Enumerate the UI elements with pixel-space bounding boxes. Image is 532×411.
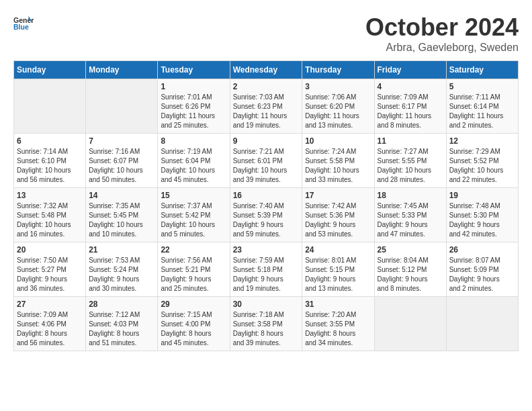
day-info: Sunrise: 7:03 AM Sunset: 6:23 PM Dayligh… [233,93,300,130]
day-number: 1 [161,82,226,91]
calendar-cell: 31Sunrise: 7:20 AM Sunset: 3:55 PM Dayli… [302,297,374,351]
calendar-cell: 8Sunrise: 7:19 AM Sunset: 6:04 PM Daylig… [158,134,230,188]
week-row-2: 6Sunrise: 7:14 AM Sunset: 6:10 PM Daylig… [14,134,519,188]
day-info: Sunrise: 7:14 AM Sunset: 6:10 PM Dayligh… [17,147,83,185]
day-info: Sunrise: 8:04 AM Sunset: 5:12 PM Dayligh… [378,256,443,293]
calendar-cell: 6Sunrise: 7:14 AM Sunset: 6:10 PM Daylig… [14,134,86,188]
day-number: 13 [17,191,83,200]
calendar-cell: 29Sunrise: 7:15 AM Sunset: 4:00 PM Dayli… [158,297,230,351]
day-number: 12 [449,136,515,146]
day-number: 26 [449,245,515,255]
day-info: Sunrise: 7:21 AM Sunset: 6:01 PM Dayligh… [233,147,300,185]
calendar-cell: 13Sunrise: 7:32 AM Sunset: 5:48 PM Dayli… [14,188,86,242]
day-info: Sunrise: 7:19 AM Sunset: 6:04 PM Dayligh… [161,147,226,185]
day-info: Sunrise: 7:35 AM Sunset: 5:45 PM Dayligh… [89,201,154,239]
calendar-cell: 16Sunrise: 7:40 AM Sunset: 5:39 PM Dayli… [230,188,302,242]
day-info: Sunrise: 7:56 AM Sunset: 5:21 PM Dayligh… [161,256,226,293]
day-info: Sunrise: 7:16 AM Sunset: 6:07 PM Dayligh… [89,147,154,185]
column-header-saturday: Saturday [446,61,518,79]
day-number: 18 [378,191,443,200]
day-info: Sunrise: 7:09 AM Sunset: 6:17 PM Dayligh… [378,93,443,130]
day-number: 25 [378,245,443,255]
calendar-cell: 10Sunrise: 7:24 AM Sunset: 5:58 PM Dayli… [302,134,374,188]
calendar-cell: 7Sunrise: 7:16 AM Sunset: 6:07 PM Daylig… [86,134,158,188]
column-header-wednesday: Wednesday [230,61,302,79]
day-number: 14 [89,191,154,200]
title-block: October 2024 Arbra, Gaevleborg, Sweden [365,13,519,54]
column-header-thursday: Thursday [302,61,374,79]
day-number: 9 [233,136,300,146]
calendar-cell: 21Sunrise: 7:53 AM Sunset: 5:24 PM Dayli… [86,242,158,297]
calendar-cell: 23Sunrise: 7:59 AM Sunset: 5:18 PM Dayli… [230,242,302,297]
day-info: Sunrise: 7:09 AM Sunset: 4:06 PM Dayligh… [17,310,83,348]
calendar-cell: 12Sunrise: 7:29 AM Sunset: 5:52 PM Dayli… [446,134,518,188]
calendar-cell: 28Sunrise: 7:12 AM Sunset: 4:03 PM Dayli… [86,297,158,351]
logo: General Blue [13,13,34,34]
month-title: October 2024 [365,13,519,42]
calendar-cell: 25Sunrise: 8:04 AM Sunset: 5:12 PM Dayli… [374,242,446,297]
day-number: 23 [233,245,300,255]
day-number: 20 [17,245,83,255]
day-info: Sunrise: 7:27 AM Sunset: 5:55 PM Dayligh… [378,147,443,185]
calendar-cell: 11Sunrise: 7:27 AM Sunset: 5:55 PM Dayli… [374,134,446,188]
day-number: 3 [305,82,371,91]
day-info: Sunrise: 7:24 AM Sunset: 5:58 PM Dayligh… [305,147,371,185]
page-header: General Blue October 2024 Arbra, Gaevleb… [13,13,519,54]
calendar-cell: 2Sunrise: 7:03 AM Sunset: 6:23 PM Daylig… [230,79,302,134]
day-number: 24 [305,245,371,255]
calendar-cell: 3Sunrise: 7:06 AM Sunset: 6:20 PM Daylig… [302,79,374,134]
day-info: Sunrise: 7:50 AM Sunset: 5:27 PM Dayligh… [17,256,83,293]
day-number: 7 [89,136,154,146]
day-number: 31 [305,300,371,309]
calendar-cell [446,297,518,351]
day-number: 21 [89,245,154,255]
calendar-table: SundayMondayTuesdayWednesdayThursdayFrid… [13,60,519,351]
calendar-cell: 20Sunrise: 7:50 AM Sunset: 5:27 PM Dayli… [14,242,86,297]
day-number: 22 [161,245,226,255]
location-subtitle: Arbra, Gaevleborg, Sweden [365,42,519,54]
day-info: Sunrise: 8:07 AM Sunset: 5:09 PM Dayligh… [449,256,515,293]
calendar-cell [374,297,446,351]
calendar-cell [14,79,86,134]
day-info: Sunrise: 7:29 AM Sunset: 5:52 PM Dayligh… [449,147,515,185]
calendar-cell: 19Sunrise: 7:48 AM Sunset: 5:30 PM Dayli… [446,188,518,242]
day-info: Sunrise: 7:15 AM Sunset: 4:00 PM Dayligh… [161,310,226,348]
calendar-cell: 5Sunrise: 7:11 AM Sunset: 6:14 PM Daylig… [446,79,518,134]
week-row-3: 13Sunrise: 7:32 AM Sunset: 5:48 PM Dayli… [14,188,519,242]
day-info: Sunrise: 7:11 AM Sunset: 6:14 PM Dayligh… [449,93,515,130]
day-info: Sunrise: 7:45 AM Sunset: 5:33 PM Dayligh… [378,201,443,239]
day-number: 27 [17,300,83,309]
column-header-friday: Friday [374,61,446,79]
calendar-header-row: SundayMondayTuesdayWednesdayThursdayFrid… [14,61,519,79]
day-info: Sunrise: 7:12 AM Sunset: 4:03 PM Dayligh… [89,310,154,348]
day-number: 11 [378,136,443,146]
day-number: 28 [89,300,154,309]
calendar-cell: 30Sunrise: 7:18 AM Sunset: 3:58 PM Dayli… [230,297,302,351]
day-info: Sunrise: 7:18 AM Sunset: 3:58 PM Dayligh… [233,310,300,348]
day-number: 6 [17,136,83,146]
calendar-cell: 9Sunrise: 7:21 AM Sunset: 6:01 PM Daylig… [230,134,302,188]
calendar-cell: 17Sunrise: 7:42 AM Sunset: 5:36 PM Dayli… [302,188,374,242]
calendar-cell: 15Sunrise: 7:37 AM Sunset: 5:42 PM Dayli… [158,188,230,242]
day-info: Sunrise: 7:06 AM Sunset: 6:20 PM Dayligh… [305,93,371,130]
calendar-cell: 14Sunrise: 7:35 AM Sunset: 5:45 PM Dayli… [86,188,158,242]
calendar-cell: 4Sunrise: 7:09 AM Sunset: 6:17 PM Daylig… [374,79,446,134]
day-number: 10 [305,136,371,146]
week-row-4: 20Sunrise: 7:50 AM Sunset: 5:27 PM Dayli… [14,242,519,297]
day-info: Sunrise: 7:42 AM Sunset: 5:36 PM Dayligh… [305,201,371,239]
day-info: Sunrise: 7:37 AM Sunset: 5:42 PM Dayligh… [161,201,226,239]
logo-icon: General Blue [13,13,34,34]
calendar-cell: 22Sunrise: 7:56 AM Sunset: 5:21 PM Dayli… [158,242,230,297]
day-number: 16 [233,191,300,200]
calendar-cell [86,79,158,134]
day-info: Sunrise: 7:20 AM Sunset: 3:55 PM Dayligh… [305,310,371,348]
calendar-cell: 1Sunrise: 7:01 AM Sunset: 6:26 PM Daylig… [158,79,230,134]
svg-text:Blue: Blue [13,23,29,31]
day-info: Sunrise: 7:40 AM Sunset: 5:39 PM Dayligh… [233,201,300,239]
day-number: 2 [233,82,300,91]
day-number: 17 [305,191,371,200]
week-row-1: 1Sunrise: 7:01 AM Sunset: 6:26 PM Daylig… [14,79,519,134]
day-info: Sunrise: 7:53 AM Sunset: 5:24 PM Dayligh… [89,256,154,293]
day-number: 15 [161,191,226,200]
column-header-sunday: Sunday [14,61,86,79]
